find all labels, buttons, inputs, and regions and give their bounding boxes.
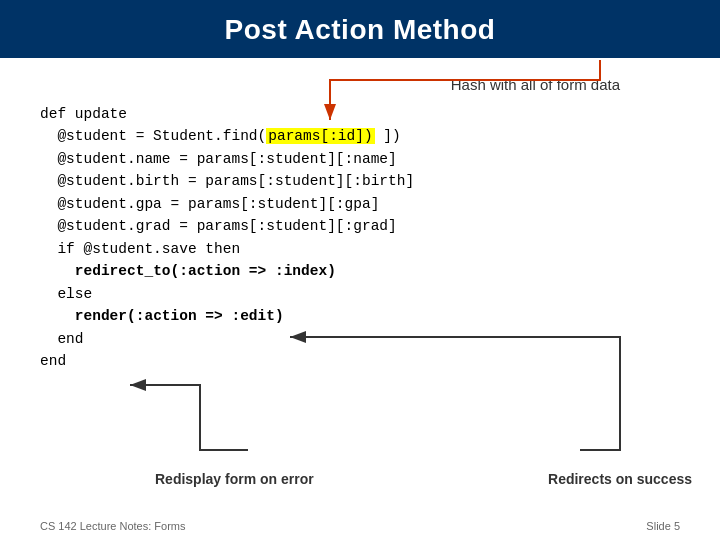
code-line-5: @student.gpa = params[:student][:gpa] <box>40 193 680 215</box>
title-bar: Post Action Method <box>0 0 720 58</box>
code-line-1: def update <box>40 103 680 125</box>
slide-title: Post Action Method <box>225 14 496 45</box>
slide: Post Action Method Hash with all of form… <box>0 0 720 540</box>
code-line-2: @student = Student.find(params[:id]) ]) <box>40 125 680 147</box>
code-block: def update @student = Student.find(param… <box>40 103 680 373</box>
highlight-params: params[:id]) <box>266 128 374 144</box>
code-line-10: render(:action => :edit) <box>40 305 680 327</box>
code-line-7: if @student.save then <box>40 238 680 260</box>
code-line-8: redirect_to(:action => :index) <box>40 260 680 282</box>
hash-label: Hash with all of form data <box>40 76 680 93</box>
annotation-redisplay: Redisplay form on error <box>155 470 314 488</box>
code-line-4: @student.birth = params[:student][:birth… <box>40 170 680 192</box>
footer-left: CS 142 Lecture Notes: Forms <box>40 520 186 532</box>
content-area: Hash with all of form data def update @s… <box>0 58 720 383</box>
code-line-3: @student.name = params[:student][:name] <box>40 148 680 170</box>
code-line-12: end <box>40 350 680 372</box>
code-line-9: else <box>40 283 680 305</box>
footer-right: Slide 5 <box>646 520 680 532</box>
redirect-line: redirect_to(:action => :index) <box>75 263 336 279</box>
annotation-redirects: Redirects on success <box>548 470 692 488</box>
code-line-6: @student.grad = params[:student][:grad] <box>40 215 680 237</box>
footer: CS 142 Lecture Notes: Forms Slide 5 <box>0 520 720 532</box>
code-line-11: end <box>40 328 680 350</box>
render-line: render(:action => :edit) <box>75 308 284 324</box>
